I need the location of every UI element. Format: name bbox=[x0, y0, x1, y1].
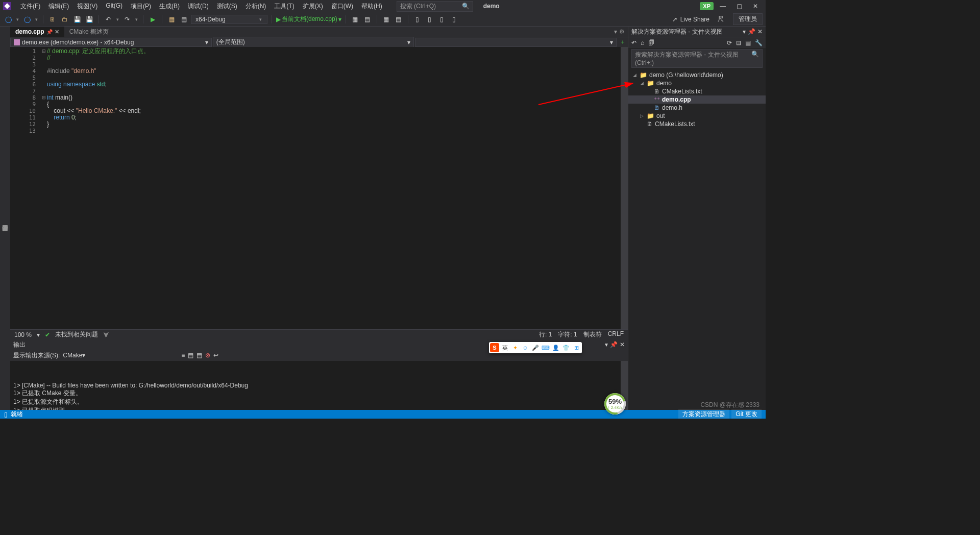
scope-project-combo[interactable]: demo.exe (demo\demo.exe) - x64-Debug▾ bbox=[10, 38, 212, 47]
scope-global-combo[interactable]: (全局范围)▾ bbox=[213, 37, 414, 47]
menu-item[interactable]: 调试(D) bbox=[184, 1, 213, 12]
tree-file-cmakelists[interactable]: 🗎CMakeLists.txt bbox=[628, 87, 766, 95]
menu-item[interactable]: 窗口(W) bbox=[327, 1, 357, 12]
tab-cmake-overview[interactable]: CMake 概述页 bbox=[64, 26, 114, 38]
start-debug-button[interactable]: ▶ bbox=[148, 14, 158, 25]
output-source-combo[interactable]: CMake▾ bbox=[63, 352, 175, 359]
menu-item[interactable]: 扩展(X) bbox=[299, 1, 327, 12]
menu-item[interactable]: 文件(F) bbox=[16, 1, 44, 12]
toolbar-icon[interactable]: ▤ bbox=[179, 14, 189, 25]
se-dropdown-icon[interactable]: ▾ bbox=[743, 28, 746, 35]
ime-mic-icon[interactable]: 🎤 bbox=[531, 343, 540, 352]
output-tool-icon[interactable]: ▤ bbox=[188, 352, 193, 359]
scope-member-combo[interactable]: ▾ bbox=[415, 38, 617, 47]
output-pin-icon[interactable]: 📌 bbox=[610, 341, 618, 348]
se-refresh-icon[interactable]: ⟳ bbox=[727, 39, 732, 46]
ime-icon[interactable]: ✦ bbox=[510, 343, 520, 352]
ime-icon[interactable]: 👕 bbox=[561, 343, 571, 352]
output-body[interactable]: 1> [CMake] -- Build files have been writ… bbox=[10, 361, 628, 410]
zoom-level[interactable]: 100 % bbox=[14, 331, 32, 338]
open-file-icon[interactable]: 🗀 bbox=[60, 14, 70, 25]
output-tool-icon[interactable]: ▤ bbox=[197, 352, 202, 359]
left-tool-tabs[interactable]: 服务器资源管理器 工具箱 bbox=[0, 27, 10, 410]
menu-item[interactable]: 帮助(H) bbox=[357, 1, 386, 12]
tree-file-demo-h[interactable]: 🗎demo.h bbox=[628, 104, 766, 112]
feedback-icon[interactable]: 尺 bbox=[718, 15, 724, 23]
toolbar-icon-7[interactable]: ▯ bbox=[437, 14, 447, 25]
toolbar-icon-3[interactable]: ▦ bbox=[381, 14, 391, 25]
editor-scrollbar[interactable] bbox=[621, 47, 628, 329]
build-icon[interactable]: ▦ bbox=[166, 14, 177, 25]
se-properties-icon[interactable]: 🔧 bbox=[755, 39, 763, 46]
output-tool-icon[interactable]: ≡ bbox=[181, 352, 185, 359]
status-crlf[interactable]: CRLF bbox=[608, 330, 624, 339]
se-home-icon[interactable]: ⌂ bbox=[641, 39, 644, 46]
se-back-icon[interactable]: ↶ bbox=[631, 39, 636, 46]
status-git-changes-button[interactable]: Git 更改 bbox=[731, 409, 762, 419]
tree-folder-demo[interactable]: ◢📁demo bbox=[628, 79, 766, 87]
toolbar-icon-6[interactable]: ▯ bbox=[425, 14, 435, 25]
toolbar-icon-4[interactable]: ▤ bbox=[394, 14, 404, 25]
tab-demo-cpp[interactable]: demo.cpp 📌 ✕ bbox=[10, 27, 64, 37]
menu-item[interactable]: 编辑(E) bbox=[44, 1, 73, 12]
redo-icon[interactable]: ↷ bbox=[122, 14, 132, 25]
se-show-all-icon[interactable]: ▤ bbox=[745, 39, 751, 46]
issues-label[interactable]: 未找到相关问题 bbox=[55, 330, 98, 339]
gear-icon[interactable]: ⚙ bbox=[619, 28, 625, 35]
se-pin-icon[interactable]: 📌 bbox=[748, 28, 755, 35]
live-share-button[interactable]: ↗ Live Share 尺 bbox=[668, 15, 728, 23]
issue-nav-icon[interactable]: ⮟ bbox=[103, 331, 109, 338]
add-icon[interactable]: ＋ bbox=[618, 38, 628, 46]
ime-icon[interactable]: 👤 bbox=[551, 343, 560, 352]
menu-item[interactable]: Git(G) bbox=[102, 1, 127, 12]
minimize-button[interactable]: ― bbox=[716, 1, 730, 11]
toolbar-icon-2[interactable]: ▤ bbox=[362, 14, 373, 25]
toolbar-icon-5[interactable]: ▯ bbox=[412, 14, 423, 25]
back-button[interactable]: ◯ bbox=[3, 14, 13, 25]
menu-item[interactable]: 分析(N) bbox=[241, 1, 271, 12]
ime-toolbar[interactable]: S 英 ✦ ☺ 🎤 ⌨ 👤 👕 ⊞ bbox=[489, 342, 582, 353]
run-current-doc-button[interactable]: ▶ 当前文档(demo.cpp) ▾ bbox=[276, 15, 341, 23]
config-combo[interactable]: x64-Debug▾ bbox=[191, 15, 267, 24]
ime-toolbox-icon[interactable]: ⊞ bbox=[572, 343, 581, 352]
status-char[interactable]: 字符: 1 bbox=[558, 330, 577, 339]
performance-widget[interactable]: 59% ↑ 2.4K/s bbox=[604, 393, 626, 415]
menu-item[interactable]: 生成(B) bbox=[155, 1, 184, 12]
output-dropdown-icon[interactable]: ▾ bbox=[605, 341, 608, 348]
menu-item[interactable]: 项目(P) bbox=[127, 1, 155, 12]
se-collapse-icon[interactable]: ⊟ bbox=[736, 39, 741, 46]
tree-root[interactable]: ◢📁demo (G:\helloworld\demo) bbox=[628, 71, 766, 79]
toolbar-icon-8[interactable]: ▯ bbox=[449, 14, 459, 25]
forward-button[interactable]: ◯ bbox=[22, 14, 32, 25]
tree-folder-out[interactable]: ▷📁out bbox=[628, 112, 766, 120]
pin-icon[interactable]: 📌 bbox=[46, 29, 53, 35]
code-editor[interactable]: 12345678910111213 ⊟⊟ // demo.cpp: 定义应用程序… bbox=[10, 47, 628, 329]
menu-item[interactable]: 视图(V) bbox=[73, 1, 102, 12]
solution-explorer-search[interactable]: 搜索解决方案资源管理器 - 文件夹视图(Ctrl+;) 🔍 bbox=[631, 49, 763, 68]
ime-lang-toggle[interactable]: 英 bbox=[500, 343, 509, 352]
ime-keyboard-icon[interactable]: ⌨ bbox=[541, 343, 550, 352]
undo-icon[interactable]: ↶ bbox=[103, 14, 113, 25]
tree-file-demo-cpp[interactable]: ⁺⁺demo.cpp bbox=[628, 95, 766, 104]
save-all-icon[interactable]: 💾 bbox=[84, 14, 94, 25]
output-clear-icon[interactable]: ⊗ bbox=[205, 352, 210, 359]
menu-item[interactable]: 测试(S) bbox=[213, 1, 241, 12]
ime-icon[interactable]: ☺ bbox=[521, 343, 530, 352]
status-solution-explorer-button[interactable]: 方案资源管理器 bbox=[678, 409, 729, 419]
user-badge[interactable]: XP bbox=[700, 2, 714, 10]
tab-dropdown-icon[interactable]: ▾ bbox=[614, 28, 617, 35]
sogou-icon[interactable]: S bbox=[490, 343, 499, 352]
se-switch-view-icon[interactable]: 🗐 bbox=[648, 39, 654, 46]
quick-search-input[interactable]: 搜索 (Ctrl+Q) 🔍 bbox=[397, 1, 473, 12]
output-wrap-icon[interactable]: ↩ bbox=[213, 352, 218, 359]
status-line[interactable]: 行: 1 bbox=[539, 330, 552, 339]
output-close-icon[interactable]: ✕ bbox=[620, 341, 625, 348]
fold-column[interactable]: ⊟⊟ bbox=[41, 47, 47, 329]
server-explorer-tab[interactable]: 服务器资源管理器 bbox=[0, 218, 10, 222]
tab-close-icon[interactable]: ✕ bbox=[55, 29, 59, 35]
maximize-button[interactable]: ▢ bbox=[732, 1, 746, 11]
code-area[interactable]: // demo.cpp: 定义应用程序的入口点。//#include "demo… bbox=[47, 47, 628, 329]
menu-item[interactable]: 工具(T) bbox=[270, 1, 298, 12]
toolbar-icon-1[interactable]: ▦ bbox=[350, 14, 360, 25]
status-tabs[interactable]: 制表符 bbox=[583, 330, 602, 339]
